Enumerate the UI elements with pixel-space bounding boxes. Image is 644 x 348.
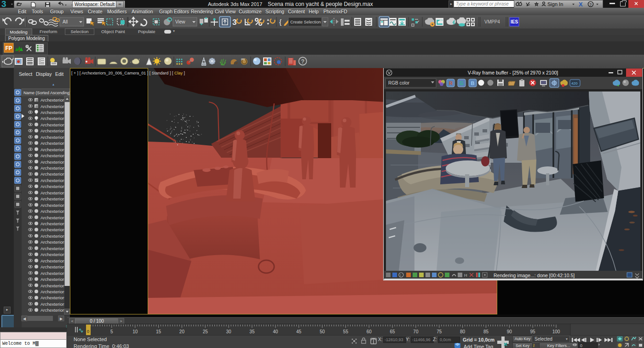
svg-text:B: B xyxy=(471,80,475,86)
svg-text:?: ? xyxy=(301,58,305,65)
svg-text:Name (Sorted Ascending): Name (Sorted Ascending) xyxy=(23,91,70,95)
svg-text:Archexteriors: Archexteriors xyxy=(40,160,66,165)
svg-text:All: All xyxy=(63,19,68,24)
svg-text:Select: Select xyxy=(19,71,32,77)
svg-text:Create Selection Se: Create Selection Se xyxy=(290,20,327,24)
svg-text:?: ? xyxy=(589,2,592,7)
svg-text:Archexteriors: Archexteriors xyxy=(40,110,66,115)
svg-text:Archexteriors: Archexteriors xyxy=(40,277,66,282)
svg-text:20: 20 xyxy=(179,329,185,334)
svg-text:Archexteriors: Archexteriors xyxy=(40,252,66,257)
svg-text:Archexteriors: Archexteriors xyxy=(40,246,66,251)
svg-text:75: 75 xyxy=(437,329,442,334)
svg-text:Archexteriors: Archexteriors xyxy=(40,171,66,177)
svg-text:85: 85 xyxy=(483,329,489,334)
svg-text:View: View xyxy=(175,19,185,24)
svg-text:3: 3 xyxy=(232,18,236,27)
svg-text:45: 45 xyxy=(296,329,302,334)
svg-text:60: 60 xyxy=(367,329,372,334)
svg-text:Archexteriors: Archexteriors xyxy=(40,97,66,103)
svg-text:0: 0 xyxy=(87,329,89,334)
svg-text:65: 65 xyxy=(390,329,395,334)
svg-text:30: 30 xyxy=(226,329,232,334)
svg-text:Archexteriors: Archexteriors xyxy=(40,153,66,158)
svg-text:5: 5 xyxy=(110,329,113,334)
svg-text:RGB color: RGB color xyxy=(388,80,410,86)
svg-text:95: 95 xyxy=(530,329,536,334)
svg-text:Archexteriors: Archexteriors xyxy=(40,178,66,183)
svg-text:0: 0 xyxy=(580,343,582,348)
svg-text:G: G xyxy=(460,80,464,86)
svg-text:Archexteriors: Archexteriors xyxy=(40,289,66,294)
svg-text:IES: IES xyxy=(511,19,518,24)
svg-text:Archexteriors: Archexteriors xyxy=(40,283,66,288)
svg-text:Archexteriors: Archexteriors xyxy=(40,240,66,245)
svg-text:Display: Display xyxy=(36,71,52,77)
svg-text:80: 80 xyxy=(460,329,466,334)
svg-text:▴: ▴ xyxy=(52,82,54,86)
svg-text:40: 40 xyxy=(273,329,278,334)
svg-text:Archexteriors: Archexteriors xyxy=(40,234,66,239)
svg-text:70: 70 xyxy=(413,329,419,334)
svg-text:Archexteriors: Archexteriors xyxy=(40,122,66,127)
svg-text:Archexteriors: Archexteriors xyxy=(40,184,66,189)
svg-text:◀: ◀ xyxy=(23,317,26,321)
svg-text:{: { xyxy=(279,18,282,26)
svg-text:Edit: Edit xyxy=(55,71,63,77)
svg-text:Archexteriors: Archexteriors xyxy=(40,116,66,121)
svg-text:420: 420 xyxy=(571,81,578,86)
svg-text:90: 90 xyxy=(507,329,512,334)
svg-text:10: 10 xyxy=(132,329,138,334)
svg-text:Archexteriors: Archexteriors xyxy=(40,308,66,313)
svg-text:Archexteriors: Archexteriors xyxy=(40,141,66,146)
svg-text:Archexteriors: Archexteriors xyxy=(40,147,66,152)
svg-text:R: R xyxy=(449,80,453,86)
svg-text:H: H xyxy=(464,273,467,278)
svg-text:Archexteriors: Archexteriors xyxy=(40,209,66,214)
svg-text:V-Ray frame buffer - [25% of 2: V-Ray frame buffer - [25% of 2970 x 2100… xyxy=(468,70,558,75)
svg-text:HF: HF xyxy=(234,62,238,65)
svg-text:25: 25 xyxy=(203,329,208,334)
svg-text:Archexteriors: Archexteriors xyxy=(40,264,66,269)
svg-text:FP: FP xyxy=(6,45,12,51)
svg-text:Archexteriors: Archexteriors xyxy=(40,135,66,140)
svg-text:Archexteriors: Archexteriors xyxy=(40,221,66,226)
svg-text:50: 50 xyxy=(320,329,325,334)
svg-text:Archexteriors: Archexteriors xyxy=(40,258,66,263)
svg-text:Archexteriors: Archexteriors xyxy=(40,203,66,208)
svg-text:Archexteriors: Archexteriors xyxy=(40,190,66,195)
svg-text:Archexteriors: Archexteriors xyxy=(40,128,66,133)
svg-text:Sign In: Sign In xyxy=(547,1,563,7)
svg-text:3: 3 xyxy=(1,0,6,8)
svg-text:Archexteriors: Archexteriors xyxy=(40,104,66,109)
svg-text:35: 35 xyxy=(249,329,255,334)
svg-text:Rendering image...: done [00:4: Rendering image...: done [00:42:10.5] xyxy=(494,273,575,278)
svg-text:Archexteriors: Archexteriors xyxy=(40,271,66,276)
svg-text:Archexteriors: Archexteriors xyxy=(40,215,66,220)
svg-text:100: 100 xyxy=(552,329,560,334)
svg-text:Archexteriors: Archexteriors xyxy=(40,295,66,300)
svg-text:Archexteriors: Archexteriors xyxy=(40,165,66,171)
svg-text:Archexteriors: Archexteriors xyxy=(40,196,66,201)
svg-text:X: X xyxy=(579,1,583,8)
svg-text:VMPP4: VMPP4 xyxy=(484,19,500,24)
svg-text:15: 15 xyxy=(156,329,161,334)
svg-text:Archexteriors: Archexteriors xyxy=(40,302,66,307)
svg-text:55: 55 xyxy=(343,329,349,334)
svg-text:0%: 0% xyxy=(241,58,245,61)
svg-text:Archexteriors: Archexteriors xyxy=(40,227,66,232)
svg-text:▶: ▶ xyxy=(60,317,63,321)
